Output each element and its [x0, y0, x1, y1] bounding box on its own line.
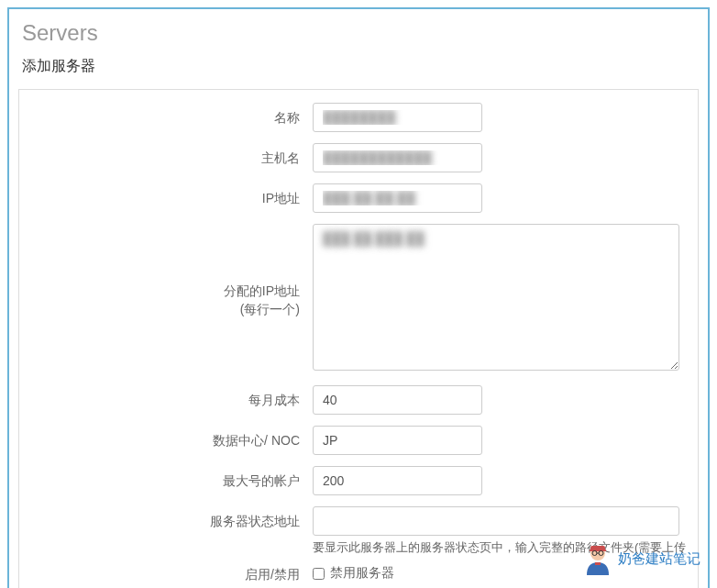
label-max-accounts: 最大号的帐户 [28, 466, 313, 491]
checkbox-disable-server[interactable] [313, 568, 325, 580]
input-max-accounts[interactable] [313, 466, 482, 495]
label-hostname: 主机名 [28, 143, 313, 168]
textarea-assigned-ip[interactable]: ███.██.███.██ [313, 224, 679, 371]
row-status-url: 服务器状态地址 要显示此服务器上的服务器状态页中，输入完整的路径文件夹(需要上传 [19, 506, 698, 556]
label-assigned-ip-line1: 分配的IP地址 [224, 283, 300, 298]
page-frame: Servers 添加服务器 名称 主机名 IP地址 分配的IP地址 (每行一个) [7, 7, 710, 588]
row-monthly-cost: 每月成本 [19, 385, 698, 415]
input-monthly-cost[interactable] [313, 385, 482, 415]
row-assigned-ip: 分配的IP地址 (每行一个) ███.██.███.██ [19, 224, 698, 374]
label-status-url: 服务器状态地址 [28, 506, 313, 531]
label-name: 名称 [28, 103, 313, 128]
label-assigned-ip: 分配的IP地址 (每行一个) [28, 224, 313, 318]
label-ip: IP地址 [28, 183, 313, 208]
input-ip[interactable] [313, 183, 482, 213]
row-hostname: 主机名 [19, 143, 698, 172]
label-monthly-cost: 每月成本 [28, 385, 313, 410]
row-enable: 启用/禁用 禁用服务器 [19, 560, 698, 584]
row-name: 名称 [19, 103, 698, 132]
helper-status-url: 要显示此服务器上的服务器状态页中，输入完整的路径文件夹(需要上传 [313, 539, 689, 556]
section-title: 添加服务器 [13, 57, 704, 89]
checkbox-disable-label: 禁用服务器 [330, 565, 394, 582]
page-title: Servers [13, 13, 704, 57]
input-hostname[interactable] [313, 143, 482, 172]
input-status-url[interactable] [313, 506, 679, 536]
row-ip: IP地址 [19, 183, 698, 213]
input-datacenter[interactable] [313, 426, 482, 455]
label-enable: 启用/禁用 [28, 560, 313, 584]
label-assigned-ip-line2: (每行一个) [240, 302, 300, 316]
row-datacenter: 数据中心/ NOC [19, 426, 698, 455]
label-datacenter: 数据中心/ NOC [28, 426, 313, 450]
input-name[interactable] [313, 103, 482, 132]
row-max-accounts: 最大号的帐户 [19, 466, 698, 495]
form-panel: 名称 主机名 IP地址 分配的IP地址 (每行一个) ███.██.███.██ [18, 89, 699, 588]
